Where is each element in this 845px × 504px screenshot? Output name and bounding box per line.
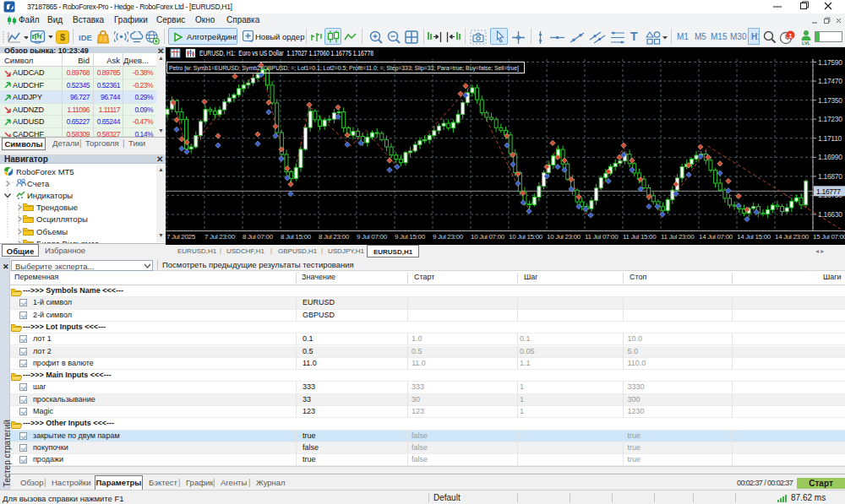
svg-text:15 Jul 07:00: 15 Jul 07:00 bbox=[813, 233, 845, 241]
svg-text:1.17590: 1.17590 bbox=[818, 58, 842, 67]
svg-text:10 Jul 15:00: 10 Jul 15:00 bbox=[509, 233, 543, 241]
svg-text:14 Jul 07:00: 14 Jul 07:00 bbox=[699, 233, 733, 241]
svg-text:1: 1 bbox=[788, 32, 793, 40]
svg-text:14 Jul 15:00: 14 Jul 15:00 bbox=[737, 233, 771, 241]
svg-text:10 Jul 07:00: 10 Jul 07:00 bbox=[471, 233, 505, 241]
svg-text:7 Jul 2025: 7 Jul 2025 bbox=[166, 233, 196, 241]
svg-text:$: $ bbox=[60, 32, 65, 42]
svg-text:8 Jul 07:00: 8 Jul 07:00 bbox=[243, 233, 274, 241]
svg-text:Petro [w: Symb1=EURUSD; Symb2=: Petro [w: Symb1=EURUSD; Symb2=GBPUSD; =;… bbox=[169, 64, 519, 72]
svg-text:11 Jul 07:00: 11 Jul 07:00 bbox=[585, 233, 619, 241]
svg-text:1.16777: 1.16777 bbox=[816, 187, 841, 196]
svg-text:1.17230: 1.17230 bbox=[818, 115, 842, 123]
svg-text:8 Jul 23:00: 8 Jul 23:00 bbox=[319, 233, 350, 241]
svg-text:11 Jul 23:00: 11 Jul 23:00 bbox=[661, 233, 695, 241]
svg-text:14 Jul 23:00: 14 Jul 23:00 bbox=[775, 233, 810, 241]
svg-text:EURUSD, H1: Euro vs US Dollar: EURUSD, H1: Euro vs US Dollar 1.17027 1.… bbox=[199, 49, 373, 57]
svg-text:1.17350: 1.17350 bbox=[818, 96, 842, 105]
svg-text:LVL: LVL bbox=[802, 41, 811, 46]
svg-text:1.17470: 1.17470 bbox=[818, 77, 842, 85]
svg-text:11 Jul 15:00: 11 Jul 15:00 bbox=[623, 233, 657, 241]
svg-text:8 Jul 15:00: 8 Jul 15:00 bbox=[281, 233, 312, 241]
svg-text:1.17110: 1.17110 bbox=[818, 134, 842, 143]
svg-text:10 Jul 23:00: 10 Jul 23:00 bbox=[547, 233, 581, 241]
svg-text:1.16870: 1.16870 bbox=[818, 172, 842, 181]
svg-text:9 Jul 15:00: 9 Jul 15:00 bbox=[395, 233, 426, 241]
svg-text:7 Jul 23:00: 7 Jul 23:00 bbox=[204, 233, 236, 241]
svg-text:1.16630: 1.16630 bbox=[818, 210, 842, 219]
svg-text:9 Jul 07:00: 9 Jul 07:00 bbox=[357, 233, 388, 241]
svg-text:9 Jul 23:00: 9 Jul 23:00 bbox=[433, 233, 464, 241]
svg-text:1.16990: 1.16990 bbox=[818, 153, 842, 161]
